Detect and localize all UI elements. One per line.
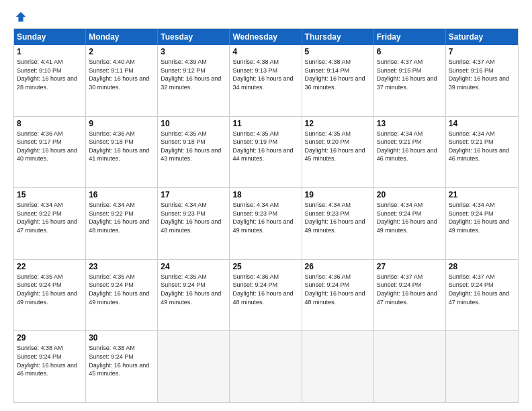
calendar-header-cell: Thursday bbox=[302, 29, 374, 45]
cell-info: Sunrise: 4:37 AMSunset: 9:15 PMDaylight:… bbox=[377, 58, 443, 91]
calendar-cell: 22Sunrise: 4:35 AMSunset: 9:24 PMDayligh… bbox=[14, 260, 86, 331]
calendar-cell: 24Sunrise: 4:35 AMSunset: 9:24 PMDayligh… bbox=[158, 260, 230, 331]
calendar-cell bbox=[446, 331, 518, 402]
calendar-cell: 23Sunrise: 4:35 AMSunset: 9:24 PMDayligh… bbox=[86, 260, 158, 331]
calendar-cell bbox=[158, 331, 230, 402]
cell-info: Sunrise: 4:34 AMSunset: 9:23 PMDaylight:… bbox=[161, 201, 226, 234]
calendar-header-cell: Wednesday bbox=[230, 29, 302, 45]
cell-info: Sunrise: 4:34 AMSunset: 9:23 PMDaylight:… bbox=[232, 201, 298, 234]
cell-info: Sunrise: 4:35 AMSunset: 9:20 PMDaylight:… bbox=[305, 130, 371, 163]
calendar-cell: 11Sunrise: 4:35 AMSunset: 9:19 PMDayligh… bbox=[230, 117, 302, 188]
calendar-cell: 18Sunrise: 4:34 AMSunset: 9:23 PMDayligh… bbox=[230, 188, 302, 259]
day-number: 10 bbox=[161, 119, 226, 128]
day-number: 5 bbox=[305, 47, 371, 56]
day-number: 20 bbox=[377, 190, 443, 199]
cell-info: Sunrise: 4:36 AMSunset: 9:24 PMDaylight:… bbox=[232, 273, 298, 306]
calendar-header-cell: Monday bbox=[86, 29, 158, 45]
calendar-row: 15Sunrise: 4:34 AMSunset: 9:22 PMDayligh… bbox=[14, 188, 518, 260]
calendar-cell: 20Sunrise: 4:34 AMSunset: 9:24 PMDayligh… bbox=[374, 188, 446, 259]
cell-info: Sunrise: 4:41 AMSunset: 9:10 PMDaylight:… bbox=[17, 58, 83, 91]
cell-info: Sunrise: 4:36 AMSunset: 9:18 PMDaylight:… bbox=[89, 130, 154, 163]
day-number: 17 bbox=[161, 190, 226, 199]
calendar-row: 8Sunrise: 4:36 AMSunset: 9:17 PMDaylight… bbox=[14, 117, 518, 189]
day-number: 8 bbox=[17, 119, 83, 128]
cell-info: Sunrise: 4:37 AMSunset: 9:24 PMDaylight:… bbox=[377, 273, 443, 306]
cell-info: Sunrise: 4:38 AMSunset: 9:24 PMDaylight:… bbox=[17, 344, 83, 377]
cell-info: Sunrise: 4:36 AMSunset: 9:24 PMDaylight:… bbox=[305, 273, 371, 306]
day-number: 6 bbox=[377, 47, 443, 56]
day-number: 26 bbox=[305, 262, 371, 271]
calendar-header: SundayMondayTuesdayWednesdayThursdayFrid… bbox=[14, 29, 518, 45]
day-number: 4 bbox=[232, 47, 298, 56]
day-number: 22 bbox=[17, 262, 83, 271]
calendar-row: 22Sunrise: 4:35 AMSunset: 9:24 PMDayligh… bbox=[14, 260, 518, 332]
calendar-cell bbox=[302, 331, 374, 402]
day-number: 18 bbox=[232, 190, 298, 199]
cell-info: Sunrise: 4:34 AMSunset: 9:22 PMDaylight:… bbox=[17, 201, 83, 234]
cell-info: Sunrise: 4:35 AMSunset: 9:24 PMDaylight:… bbox=[89, 273, 154, 306]
day-number: 9 bbox=[89, 119, 154, 128]
day-number: 30 bbox=[89, 333, 154, 342]
calendar-header-cell: Saturday bbox=[446, 29, 518, 45]
calendar-cell: 4Sunrise: 4:38 AMSunset: 9:13 PMDaylight… bbox=[230, 45, 302, 116]
calendar-cell: 6Sunrise: 4:37 AMSunset: 9:15 PMDaylight… bbox=[374, 45, 446, 116]
day-number: 29 bbox=[17, 333, 83, 342]
calendar-body: 1Sunrise: 4:41 AMSunset: 9:10 PMDaylight… bbox=[14, 45, 518, 402]
cell-info: Sunrise: 4:34 AMSunset: 9:23 PMDaylight:… bbox=[305, 201, 371, 234]
calendar-cell: 1Sunrise: 4:41 AMSunset: 9:10 PMDaylight… bbox=[14, 45, 86, 116]
calendar-cell: 13Sunrise: 4:34 AMSunset: 9:21 PMDayligh… bbox=[374, 117, 446, 188]
calendar-cell: 5Sunrise: 4:38 AMSunset: 9:14 PMDaylight… bbox=[302, 45, 374, 116]
calendar-cell: 27Sunrise: 4:37 AMSunset: 9:24 PMDayligh… bbox=[374, 260, 446, 331]
day-number: 1 bbox=[17, 47, 83, 56]
calendar-cell: 21Sunrise: 4:34 AMSunset: 9:24 PMDayligh… bbox=[446, 188, 518, 259]
calendar-cell bbox=[230, 331, 302, 402]
cell-info: Sunrise: 4:38 AMSunset: 9:24 PMDaylight:… bbox=[89, 344, 154, 377]
cell-info: Sunrise: 4:37 AMSunset: 9:24 PMDaylight:… bbox=[449, 273, 515, 306]
calendar-cell: 25Sunrise: 4:36 AMSunset: 9:24 PMDayligh… bbox=[230, 260, 302, 331]
calendar-cell: 9Sunrise: 4:36 AMSunset: 9:18 PMDaylight… bbox=[86, 117, 158, 188]
cell-info: Sunrise: 4:38 AMSunset: 9:14 PMDaylight:… bbox=[305, 58, 371, 91]
day-number: 13 bbox=[377, 119, 443, 128]
logo-icon bbox=[15, 11, 27, 23]
calendar-cell: 2Sunrise: 4:40 AMSunset: 9:11 PMDaylight… bbox=[86, 45, 158, 116]
calendar-header-cell: Tuesday bbox=[158, 29, 230, 45]
cell-info: Sunrise: 4:35 AMSunset: 9:18 PMDaylight:… bbox=[161, 130, 226, 163]
day-number: 19 bbox=[305, 190, 371, 199]
cell-info: Sunrise: 4:34 AMSunset: 9:24 PMDaylight:… bbox=[377, 201, 443, 234]
day-number: 12 bbox=[305, 119, 371, 128]
calendar-cell: 26Sunrise: 4:36 AMSunset: 9:24 PMDayligh… bbox=[302, 260, 374, 331]
day-number: 2 bbox=[89, 47, 154, 56]
calendar-cell: 12Sunrise: 4:35 AMSunset: 9:20 PMDayligh… bbox=[302, 117, 374, 188]
page: SundayMondayTuesdayWednesdayThursdayFrid… bbox=[0, 0, 532, 411]
calendar: SundayMondayTuesdayWednesdayThursdayFrid… bbox=[13, 28, 519, 403]
header bbox=[13, 12, 519, 23]
calendar-cell: 16Sunrise: 4:34 AMSunset: 9:22 PMDayligh… bbox=[86, 188, 158, 259]
day-number: 23 bbox=[89, 262, 154, 271]
cell-info: Sunrise: 4:34 AMSunset: 9:21 PMDaylight:… bbox=[377, 130, 443, 163]
calendar-cell: 30Sunrise: 4:38 AMSunset: 9:24 PMDayligh… bbox=[86, 331, 158, 402]
calendar-cell: 28Sunrise: 4:37 AMSunset: 9:24 PMDayligh… bbox=[446, 260, 518, 331]
calendar-cell: 15Sunrise: 4:34 AMSunset: 9:22 PMDayligh… bbox=[14, 188, 86, 259]
cell-info: Sunrise: 4:35 AMSunset: 9:24 PMDaylight:… bbox=[17, 273, 83, 306]
svg-marker-0 bbox=[16, 12, 26, 21]
calendar-cell: 17Sunrise: 4:34 AMSunset: 9:23 PMDayligh… bbox=[158, 188, 230, 259]
cell-info: Sunrise: 4:38 AMSunset: 9:13 PMDaylight:… bbox=[232, 58, 298, 91]
day-number: 27 bbox=[377, 262, 443, 271]
cell-info: Sunrise: 4:35 AMSunset: 9:19 PMDaylight:… bbox=[232, 130, 298, 163]
calendar-cell: 29Sunrise: 4:38 AMSunset: 9:24 PMDayligh… bbox=[14, 331, 86, 402]
calendar-row: 29Sunrise: 4:38 AMSunset: 9:24 PMDayligh… bbox=[14, 331, 518, 402]
day-number: 24 bbox=[161, 262, 226, 271]
calendar-cell bbox=[374, 331, 446, 402]
calendar-cell: 3Sunrise: 4:39 AMSunset: 9:12 PMDaylight… bbox=[158, 45, 230, 116]
day-number: 28 bbox=[449, 262, 515, 271]
calendar-header-cell: Friday bbox=[374, 29, 446, 45]
cell-info: Sunrise: 4:34 AMSunset: 9:22 PMDaylight:… bbox=[89, 201, 154, 234]
day-number: 14 bbox=[449, 119, 515, 128]
cell-info: Sunrise: 4:40 AMSunset: 9:11 PMDaylight:… bbox=[89, 58, 154, 91]
calendar-cell: 8Sunrise: 4:36 AMSunset: 9:17 PMDaylight… bbox=[14, 117, 86, 188]
calendar-cell: 19Sunrise: 4:34 AMSunset: 9:23 PMDayligh… bbox=[302, 188, 374, 259]
calendar-cell: 10Sunrise: 4:35 AMSunset: 9:18 PMDayligh… bbox=[158, 117, 230, 188]
day-number: 15 bbox=[17, 190, 83, 199]
cell-info: Sunrise: 4:34 AMSunset: 9:24 PMDaylight:… bbox=[449, 201, 515, 234]
cell-info: Sunrise: 4:35 AMSunset: 9:24 PMDaylight:… bbox=[161, 273, 226, 306]
